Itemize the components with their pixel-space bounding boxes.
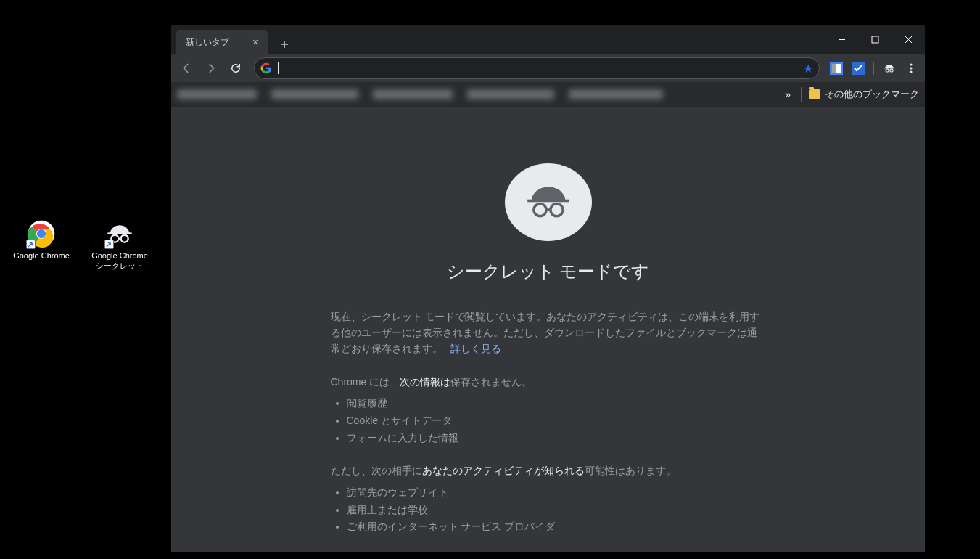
desktop-icons-area: Google Chrome Google Chrome シークレット bbox=[9, 219, 152, 272]
svg-rect-17 bbox=[527, 199, 569, 202]
desktop-icon-label: Google Chrome bbox=[13, 251, 70, 261]
list-item: ご利用のインターネット サービス プロバイダ bbox=[347, 519, 766, 535]
close-window-button[interactable] bbox=[892, 25, 925, 53]
shortcut-arrow-icon bbox=[104, 240, 114, 249]
other-bookmarks-button[interactable]: その他のブックマーク bbox=[809, 89, 919, 101]
learn-more-link[interactable]: 詳しく見る bbox=[450, 343, 501, 354]
folder-icon bbox=[809, 89, 820, 99]
toolbar: ★ bbox=[171, 54, 925, 82]
svg-point-16 bbox=[910, 70, 912, 73]
svg-point-18 bbox=[533, 203, 545, 216]
incognito-indicator-icon[interactable] bbox=[880, 59, 899, 78]
intro-text: 現在、シークレット モードで閲覧しています。あなたのアクティビティは、この端末を… bbox=[331, 311, 760, 354]
bookmarks-bar: » その他のブックマーク bbox=[171, 82, 925, 107]
bookmarks-separator bbox=[801, 87, 802, 102]
svg-point-5 bbox=[121, 235, 128, 242]
new-tab-button[interactable] bbox=[274, 34, 295, 54]
svg-point-19 bbox=[550, 203, 562, 216]
not-saved-list: 閲覧履歴 Cookie とサイトデータ フォームに入力した情報 bbox=[331, 396, 766, 446]
svg-point-14 bbox=[910, 63, 912, 65]
address-bar[interactable]: ★ bbox=[254, 57, 820, 79]
svg-rect-11 bbox=[884, 68, 895, 68]
list-item: 雇用主または学校 bbox=[347, 502, 766, 518]
bookmarks-blurred bbox=[177, 89, 775, 99]
maximize-button[interactable] bbox=[858, 25, 892, 53]
svg-point-15 bbox=[910, 67, 912, 69]
tabstrip: 新しいタブ × bbox=[171, 25, 825, 54]
visible-to-list: 訪問先のウェブサイト 雇用主または学校 ご利用のインターネット サービス プロバ… bbox=[331, 485, 766, 535]
list-item: 訪問先のウェブサイト bbox=[347, 485, 766, 501]
svg-rect-6 bbox=[872, 36, 878, 43]
extension-translate-icon[interactable] bbox=[827, 59, 846, 78]
desktop-icon-chrome[interactable]: Google Chrome bbox=[9, 219, 74, 272]
desktop-icon-chrome-incognito[interactable]: Google Chrome シークレット bbox=[87, 219, 152, 272]
minimize-button[interactable] bbox=[825, 25, 858, 53]
browser-tab[interactable]: 新しいタブ × bbox=[176, 30, 268, 54]
not-saved-lead: Chrome には、次の情報は保存されません。 bbox=[331, 375, 766, 391]
svg-point-13 bbox=[890, 69, 893, 72]
menu-button[interactable] bbox=[902, 59, 921, 78]
list-item: フォームに入力した情報 bbox=[347, 431, 766, 446]
visible-lead: ただし、次の相手にあなたのアクティビティが知られる可能性はあります。 bbox=[331, 463, 766, 479]
chrome-window: 新しいタブ × ★ » bbox=[171, 25, 925, 552]
back-button[interactable] bbox=[176, 57, 197, 79]
svg-rect-9 bbox=[832, 64, 836, 73]
toolbar-separator bbox=[873, 62, 874, 75]
omnibox-caret bbox=[278, 62, 279, 74]
list-item: Cookie とサイトデータ bbox=[347, 413, 766, 429]
incognito-hero-icon bbox=[505, 163, 592, 241]
bookmarks-overflow-button[interactable]: » bbox=[782, 89, 794, 100]
incognito-intro-paragraph: 現在、シークレット モードで閲覧しています。あなたのアクティビティは、この端末を… bbox=[331, 309, 766, 356]
incognito-body: 現在、シークレット モードで閲覧しています。あなたのアクティビティは、この端末を… bbox=[331, 309, 766, 552]
bookmark-star-icon[interactable]: ★ bbox=[803, 62, 813, 76]
window-controls bbox=[825, 25, 925, 54]
incognito-icon bbox=[105, 219, 134, 248]
extension-checkbox-icon[interactable] bbox=[849, 59, 868, 78]
google-g-icon bbox=[260, 62, 272, 74]
svg-rect-3 bbox=[107, 232, 131, 234]
shortcut-arrow-icon bbox=[26, 240, 36, 249]
reload-button[interactable] bbox=[225, 57, 247, 79]
incognito-heading: シークレット モードです bbox=[447, 260, 650, 283]
list-item: 閲覧履歴 bbox=[347, 396, 766, 412]
omnibox-input[interactable] bbox=[284, 58, 797, 78]
titlebar: 新しいタブ × bbox=[171, 25, 925, 54]
page-content: シークレット モードです 現在、シークレット モードで閲覧しています。あなたのア… bbox=[171, 107, 925, 552]
forward-button[interactable] bbox=[200, 57, 222, 79]
svg-point-12 bbox=[886, 69, 889, 72]
tab-title: 新しいタブ bbox=[186, 36, 229, 49]
other-bookmarks-label: その他のブックマーク bbox=[825, 89, 919, 101]
tab-close-button[interactable]: × bbox=[250, 36, 261, 48]
chrome-icon bbox=[27, 219, 56, 248]
desktop-icon-label: Google Chrome シークレット bbox=[91, 251, 148, 272]
